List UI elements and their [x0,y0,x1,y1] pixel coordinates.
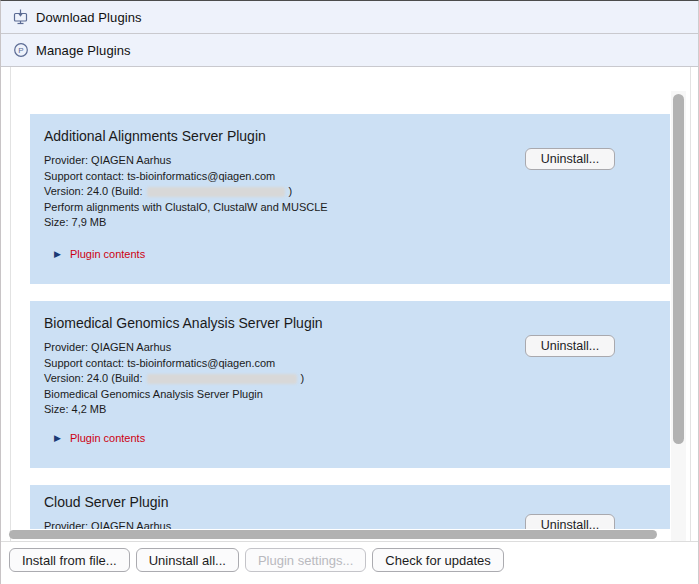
uninstall-button[interactable]: Uninstall... [525,514,615,529]
plugin-contents-toggle[interactable]: ▶ Plugin contents [54,432,145,444]
build-number-redacted [147,374,297,384]
tab-download-plugins[interactable]: Download Plugins [1,1,698,34]
vertical-scrollbar-track[interactable] [671,91,686,542]
horizontal-scrollbar-thumb[interactable] [9,530,657,539]
monitor-download-icon [13,9,29,25]
footer-toolbar: Install from file... Uninstall all... Pl… [1,541,698,584]
plugin-description: Biomedical Genomics Analysis Server Plug… [44,387,656,403]
uninstall-button[interactable]: Uninstall... [525,148,615,170]
install-from-file-button[interactable]: Install from file... [9,548,130,572]
svg-text:P: P [18,46,23,55]
tab-manage-plugins-label: Manage Plugins [36,43,131,58]
plugin-version-line: Version: 24.0 (Build: ) [44,371,656,387]
plugin-version-line: Version: 24.0 (Build: ) [44,184,656,200]
plugin-contents-toggle[interactable]: ▶ Plugin contents [54,248,145,260]
expand-triangle-icon: ▶ [54,434,61,443]
plugin-list-viewport: Additional Alignments Server Plugin Prov… [11,67,671,529]
plugin-card-cloud-server: Cloud Server Plugin Provider: QIAGEN Aar… [30,485,670,529]
plugin-size: Size: 4,2 MB [44,402,656,418]
plugin-title: Cloud Server Plugin [44,494,656,510]
uninstall-all-button[interactable]: Uninstall all... [136,548,239,572]
tab-manage-plugins[interactable]: P Manage Plugins [1,34,698,67]
plugin-title: Biomedical Genomics Analysis Server Plug… [44,315,656,331]
plugin-support-contact: Support contact: ts-bioinformatics@qiage… [44,169,656,185]
check-for-updates-button[interactable]: Check for updates [372,548,504,572]
plugin-settings-button: Plugin settings... [245,548,366,572]
uninstall-button[interactable]: Uninstall... [525,335,615,357]
plugin-size: Size: 7,9 MB [44,215,656,231]
plugin-list-pane: Additional Alignments Server Plugin Prov… [10,67,691,542]
plugin-contents-label: Plugin contents [70,248,145,260]
circled-p-icon: P [13,42,29,58]
plugin-title: Additional Alignments Server Plugin [44,128,656,144]
plugin-manager-window: Download Plugins P Manage Plugins Additi… [0,0,699,584]
vertical-scrollbar-thumb[interactable] [673,94,684,444]
build-number-redacted [147,187,285,197]
expand-triangle-icon: ▶ [54,250,61,259]
tab-download-plugins-label: Download Plugins [36,10,142,25]
plugin-card-biomedical-genomics: Biomedical Genomics Analysis Server Plug… [30,301,670,468]
plugin-contents-label: Plugin contents [70,432,145,444]
plugin-description: Perform alignments with ClustalO, Clusta… [44,200,656,216]
plugin-support-contact: Support contact: ts-bioinformatics@qiage… [44,356,656,372]
plugin-card-additional-alignments: Additional Alignments Server Plugin Prov… [30,114,670,284]
